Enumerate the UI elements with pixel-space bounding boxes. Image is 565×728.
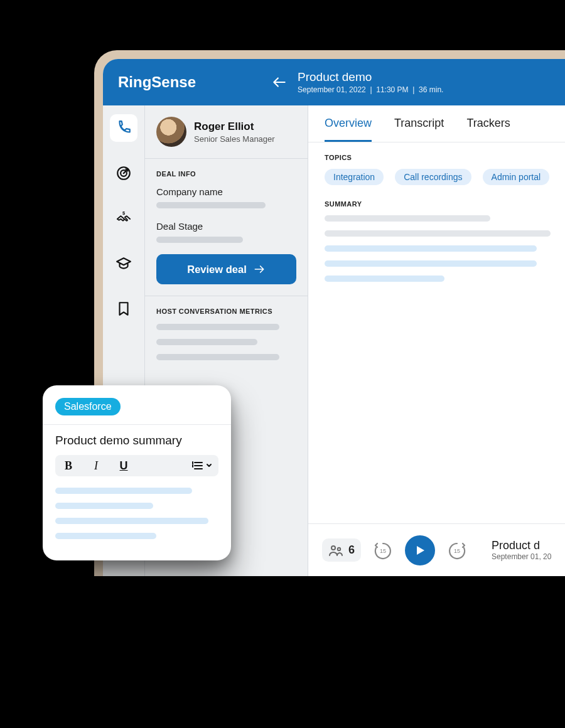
- chevron-down-icon: [206, 463, 212, 469]
- summary-section: SUMMARY: [308, 189, 565, 302]
- tab-overview[interactable]: Overview: [325, 117, 372, 142]
- player-now-title: Product d: [492, 539, 551, 552]
- rail-item-calls[interactable]: [110, 114, 137, 142]
- metric-placeholder-3: [156, 354, 279, 360]
- svg-point-4: [331, 546, 335, 550]
- rail-item-deals[interactable]: $: [110, 205, 137, 232]
- summary-line-1: [325, 215, 490, 222]
- summary-line-2: [325, 230, 551, 237]
- card-divider: [43, 424, 231, 425]
- skip-forward-button[interactable]: 15: [446, 540, 468, 561]
- brand-name: RingSense: [118, 73, 196, 91]
- header-title-block: Product demo September 01, 2022 | 11:30 …: [298, 70, 443, 94]
- skip-back-button[interactable]: 15: [372, 540, 394, 561]
- card-line-1: [55, 488, 192, 494]
- metrics-section: HOST CONVERSATION METRICS: [145, 296, 308, 372]
- topic-chip-call-recordings[interactable]: Call recordings: [395, 169, 471, 185]
- svg-text:15: 15: [380, 548, 386, 554]
- skip-forward-icon: 15: [446, 540, 468, 561]
- tabs: Overview Transcript Trackers: [308, 105, 565, 142]
- play-button[interactable]: [405, 535, 435, 565]
- metric-placeholder-1: [156, 324, 279, 330]
- svg-text:15: 15: [454, 548, 460, 554]
- rail-item-bookmarks[interactable]: [110, 295, 137, 323]
- graduation-cap-icon: [116, 255, 132, 272]
- content-panel: Overview Transcript Trackers TOPICS Inte…: [308, 105, 565, 576]
- person-name: Roger Elliot: [194, 120, 275, 133]
- salesforce-chip[interactable]: Salesforce: [55, 398, 121, 415]
- editor-toolbar: B I U: [55, 455, 218, 476]
- card-line-3: [55, 518, 208, 524]
- svg-text:$: $: [122, 210, 126, 216]
- summary-line-5: [325, 276, 444, 282]
- topics-section: TOPICS Integration Call recordings Admin…: [308, 142, 565, 189]
- topics-title: TOPICS: [325, 154, 555, 161]
- salesforce-summary-card: Salesforce Product demo summary B I U: [43, 385, 231, 560]
- player-title-block: Product d September 01, 20: [492, 539, 551, 561]
- italic-button[interactable]: I: [89, 459, 103, 473]
- company-label: Company name: [156, 186, 296, 197]
- card-line-2: [55, 503, 153, 509]
- player-now-date: September 01, 20: [492, 552, 551, 561]
- target-icon: [116, 165, 132, 181]
- participants-count: 6: [348, 543, 355, 557]
- tab-transcript[interactable]: Transcript: [394, 117, 444, 142]
- metrics-title: HOST CONVERSATION METRICS: [156, 308, 296, 315]
- play-icon: [414, 544, 426, 557]
- arrow-right-icon: [253, 263, 266, 276]
- rail-item-targets[interactable]: [110, 159, 137, 187]
- deal-info-section: DEAL INFO Company name Deal Stage Review…: [145, 159, 308, 296]
- review-deal-button[interactable]: Review deal: [156, 254, 296, 284]
- list-icon: [192, 461, 203, 471]
- player-bar: 6 15: [308, 523, 565, 576]
- bold-button[interactable]: B: [62, 459, 75, 473]
- card-line-4: [55, 533, 156, 539]
- company-value-placeholder: [156, 202, 266, 208]
- bookmark-icon: [116, 301, 132, 317]
- summary-title: SUMMARY: [325, 200, 555, 208]
- handshake-money-icon: $: [116, 210, 132, 227]
- svg-point-5: [338, 547, 340, 550]
- phone-icon: [116, 120, 132, 136]
- topic-chips: Integration Call recordings Admin portal: [325, 169, 555, 185]
- summary-line-3: [325, 245, 537, 252]
- person-block: Roger Elliot Senior Sales Manager: [145, 105, 308, 159]
- participants-button[interactable]: 6: [322, 538, 361, 562]
- list-format-button[interactable]: [192, 459, 212, 473]
- rail-item-education[interactable]: [110, 250, 137, 277]
- stage-label: Deal Stage: [156, 221, 296, 232]
- topic-chip-integration[interactable]: Integration: [325, 169, 384, 185]
- person-role: Senior Sales Manager: [194, 134, 275, 144]
- tab-trackers[interactable]: Trackers: [466, 117, 510, 142]
- underline-button[interactable]: U: [117, 459, 131, 473]
- people-icon: [328, 544, 343, 557]
- back-button[interactable]: [271, 74, 288, 90]
- stage-value-placeholder: [156, 237, 243, 243]
- avatar: [156, 117, 186, 147]
- arrow-left-icon: [271, 74, 288, 90]
- deal-info-title: DEAL INFO: [156, 170, 296, 178]
- page-title: Product demo: [298, 70, 443, 84]
- card-title: Product demo summary: [55, 434, 218, 447]
- page-meta: September 01, 2022 | 11:30 PM | 36 min.: [298, 85, 443, 94]
- summary-line-4: [325, 260, 537, 267]
- skip-back-icon: 15: [372, 540, 394, 561]
- header-bar: RingSense Product demo September 01, 202…: [103, 59, 565, 105]
- metric-placeholder-2: [156, 339, 257, 345]
- topic-chip-admin-portal[interactable]: Admin portal: [483, 169, 550, 185]
